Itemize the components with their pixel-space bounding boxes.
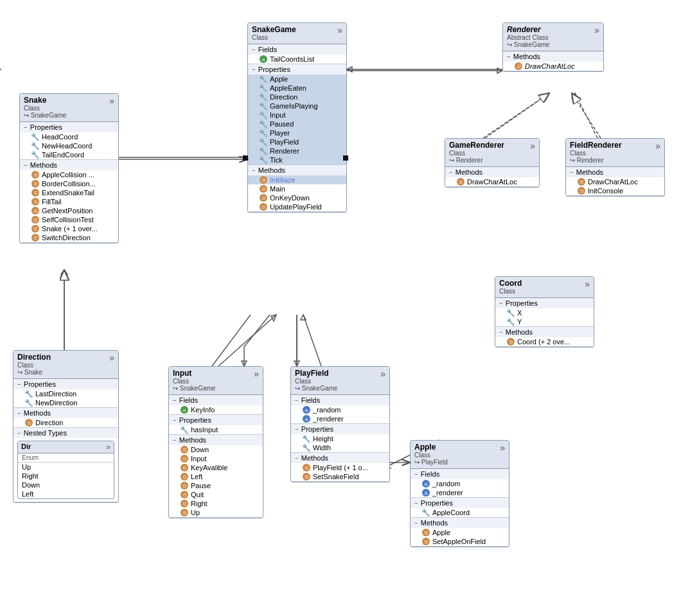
gamerenderer-title: GameRenderer xyxy=(449,141,504,150)
input-method-keyavalible: ⊙KeyAvalible xyxy=(169,463,263,472)
playfield-properties-header[interactable]: − Properties xyxy=(291,424,389,434)
playfield-field-renderer: a_renderer xyxy=(291,414,389,423)
direction-title: Direction xyxy=(17,353,51,362)
direction-box: Direction Class ↪ Snake » − Properties 🔧… xyxy=(13,350,119,503)
svg-marker-1 xyxy=(243,155,247,160)
snake-prop-headcoord: 🔧HeadCoord xyxy=(20,132,118,141)
playfield-chevron[interactable]: » xyxy=(380,369,385,379)
snakegame-properties-section: − Properties 🔧Apple 🔧AppleEaten 🔧Directi… xyxy=(248,64,346,165)
gamerenderer-chevron[interactable]: » xyxy=(530,141,535,151)
field-icon: a xyxy=(260,55,267,63)
direction-chevron[interactable]: » xyxy=(109,353,114,363)
snakegame-prop-player: 🔧Player xyxy=(248,128,346,137)
snakegame-fields-header[interactable]: − Fields xyxy=(248,44,346,55)
input-properties-header[interactable]: − Properties xyxy=(169,415,263,425)
svg-marker-3 xyxy=(61,270,67,274)
playfield-fields-header[interactable]: − Fields xyxy=(291,395,389,405)
dir-item-down: Down xyxy=(18,480,114,489)
coord-properties-header[interactable]: − Properties xyxy=(495,298,594,308)
fieldrenderer-chevron[interactable]: » xyxy=(655,141,660,151)
input-fields-section: − Fields aKeyInfo xyxy=(169,395,263,415)
input-method-quit: ⊙Quit xyxy=(169,490,263,499)
playfield-prop-height: 🔧Height xyxy=(291,434,389,443)
snakegame-methods-header[interactable]: − Methods xyxy=(248,165,346,175)
apple-fields-header[interactable]: − Fields xyxy=(411,469,509,479)
gamerenderer-method-drawcharloc: ⊙DrawCharAtLoc xyxy=(445,177,539,186)
playfield-fields-section: − Fields a_random a_renderer xyxy=(291,395,389,424)
playfield-header: PlayField Class ↪ SnakeGame » xyxy=(291,367,389,395)
snake-prop-tailendcoord: 🔧TailEndCoord xyxy=(20,150,118,159)
playfield-box: PlayField Class ↪ SnakeGame » − Fields a… xyxy=(290,366,390,482)
apple-method-setappleonfield: ⊙SetAppleOnField xyxy=(411,537,509,546)
gamerenderer-methods-section: − Methods ⊙DrawCharAtLoc xyxy=(445,167,539,187)
fieldrenderer-title: FieldRenderer xyxy=(570,141,622,150)
dir-item-right: Right xyxy=(18,471,114,480)
svg-line-12 xyxy=(575,93,597,138)
svg-marker-23 xyxy=(294,361,299,366)
snakegame-chevron[interactable]: » xyxy=(337,25,342,35)
apple-field-renderer: a_renderer xyxy=(411,488,509,497)
coord-properties-section: − Properties 🔧X 🔧Y xyxy=(495,298,594,327)
apple-fields-section: − Fields a_random a_renderer xyxy=(411,469,509,498)
snake-method-getnextposition: ⊙GetNextPosition xyxy=(20,206,118,215)
snakegame-prop-input: 🔧Input xyxy=(248,110,346,119)
snake-methods-header[interactable]: − Methods xyxy=(20,160,118,170)
apple-title: Apple xyxy=(414,443,448,452)
snakegame-subtitle: Class xyxy=(252,34,296,41)
playfield-field-random: a_random xyxy=(291,405,389,414)
input-prop-hasinput: 🔧hasInput xyxy=(169,425,263,434)
snake-method-applecollision: ⊙AppleCollision ... xyxy=(20,170,118,179)
apple-header: Apple Class ↪ PlayField » xyxy=(411,441,509,469)
svg-marker-11 xyxy=(544,93,549,100)
apple-chevron[interactable]: » xyxy=(500,443,505,453)
gamerenderer-header: GameRenderer Class ↪ Renderer » xyxy=(445,139,539,167)
snakegame-prop-playfield: 🔧PlayField xyxy=(248,137,346,146)
playfield-methods-header[interactable]: − Methods xyxy=(291,453,389,463)
snakegame-field-tailcoordslist: a TailCoordsList xyxy=(248,55,346,64)
apple-properties-header[interactable]: − Properties xyxy=(411,498,509,508)
direction-method-direction: ⊙Direction xyxy=(13,418,118,427)
direction-properties-header[interactable]: − Properties xyxy=(13,379,118,389)
direction-nestedtypes-header[interactable]: − Nested Types xyxy=(13,428,118,438)
fieldrenderer-methods-header[interactable]: − Methods xyxy=(566,167,664,177)
playfield-prop-width: 🔧Width xyxy=(291,443,389,452)
input-header: Input Class ↪ SnakeGame » xyxy=(169,367,263,395)
snake-properties-header[interactable]: − Properties xyxy=(20,122,118,132)
playfield-method-setsnakefield: ⊙SetSnakeField xyxy=(291,472,389,481)
dir-item-left: Left xyxy=(18,489,114,498)
coord-box: Coord Class » − Properties 🔧X 🔧Y − Metho… xyxy=(495,276,594,348)
renderer-methods-header[interactable]: − Methods xyxy=(503,51,603,62)
snakegame-prop-tick: 🔧Tick xyxy=(248,155,346,164)
snakegame-properties-header[interactable]: − Properties xyxy=(248,64,346,75)
dir-nested-box: Dir » Enum Up Right Down Left xyxy=(17,441,114,499)
snake-method-extendsnaketail: ⊙ExtendSnakeTail xyxy=(20,188,118,197)
coord-chevron[interactable]: » xyxy=(585,279,590,289)
apple-methods-header[interactable]: − Methods xyxy=(411,518,509,528)
coord-methods-header[interactable]: − Methods xyxy=(495,327,594,337)
snake-chevron[interactable]: » xyxy=(109,96,114,106)
snakegame-prop-gameisplaying: 🔧GameIsPlaying xyxy=(248,101,346,110)
svg-line-4 xyxy=(218,315,276,366)
playfield-method-playfield: ⊙PlayField (+ 1 o... xyxy=(291,463,389,472)
apple-methods-section: − Methods ⊙Apple ⊙SetAppleOnField xyxy=(411,518,509,547)
apple-method-apple: ⊙Apple xyxy=(411,528,509,537)
snakegame-method-onkeydown: ⊙OnKeyDown xyxy=(248,193,346,202)
input-chevron[interactable]: » xyxy=(254,369,259,379)
direction-methods-header[interactable]: − Methods xyxy=(13,408,118,418)
playfield-properties-section: − Properties 🔧Height 🔧Width xyxy=(291,424,389,453)
renderer-chevron[interactable]: » xyxy=(594,25,599,35)
renderer-title: Renderer xyxy=(507,25,549,34)
svg-marker-7 xyxy=(301,315,306,320)
input-fields-header[interactable]: − Fields xyxy=(169,395,263,405)
direction-nestedtypes-section: − Nested Types Dir » Enum Up Right Down … xyxy=(13,428,118,502)
snakegame-fields-section: − Fields a TailCoordsList xyxy=(248,44,346,64)
gamerenderer-methods-header[interactable]: − Methods xyxy=(445,167,539,177)
snake-header: Snake Class ↪ SnakeGame » xyxy=(20,94,118,122)
direction-subtitle: Class xyxy=(17,362,51,369)
fieldrenderer-methods-section: − Methods ⊙DrawCharAtLoc ⊙InitConsole xyxy=(566,167,664,196)
snakegame-header: SnakeGame Class » xyxy=(248,23,346,44)
input-methods-header[interactable]: − Methods xyxy=(169,435,263,445)
svg-line-17 xyxy=(212,315,251,366)
playfield-title: PlayField xyxy=(295,369,337,378)
coord-prop-x: 🔧X xyxy=(495,308,594,317)
